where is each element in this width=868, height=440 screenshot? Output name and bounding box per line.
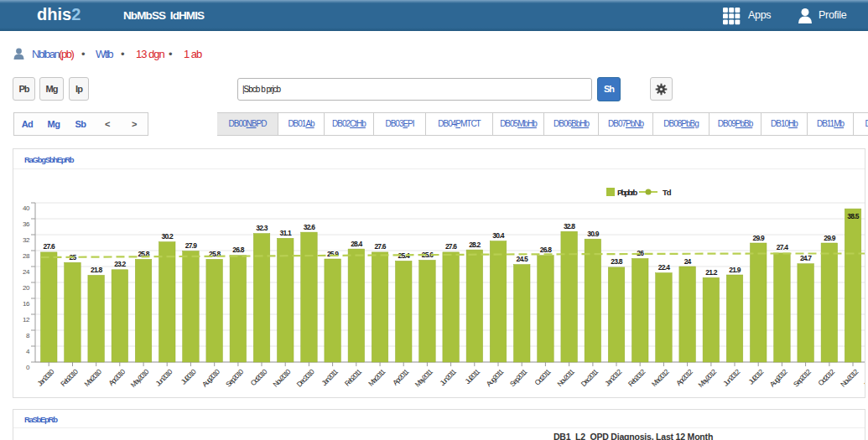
svg-text:May2012: May2012 [696, 367, 718, 389]
svg-text:Dec2012: Dec2012 [862, 367, 868, 388]
svg-text:30.9: 30.9 [587, 230, 599, 238]
svg-text:Nov2010: Nov2010 [271, 367, 292, 388]
svg-text:Oct2012: Oct2012 [816, 367, 836, 387]
svg-text:29.9: 29.9 [753, 234, 765, 242]
svg-text:20: 20 [23, 284, 30, 292]
svg-text:Pbpbrb: Pbpbrb [617, 188, 637, 197]
svg-text:Oct2011: Oct2011 [533, 367, 553, 387]
svg-text:40: 40 [23, 204, 30, 212]
svg-text:Feb2010: Feb2010 [59, 367, 80, 388]
svg-text:Aug2010: Aug2010 [200, 367, 221, 388]
svg-text:8: 8 [26, 332, 30, 339]
svg-text:27.4: 27.4 [777, 243, 788, 251]
svg-text:Sep2012: Sep2012 [792, 367, 813, 388]
svg-text:24: 24 [23, 268, 30, 276]
svg-text:30.2: 30.2 [162, 232, 174, 241]
svg-text:Jun2012: Jun2012 [721, 367, 741, 387]
svg-text:28.4: 28.4 [351, 240, 362, 248]
svg-text:24: 24 [684, 257, 692, 266]
svg-text:Jan2010: Jan2010 [35, 367, 55, 387]
svg-text:12: 12 [23, 316, 30, 324]
svg-text:Dec2010: Dec2010 [295, 367, 316, 388]
svg-text:27.6: 27.6 [374, 242, 386, 251]
svg-text:Sep2010: Sep2010 [224, 367, 245, 388]
svg-text:Dec2011: Dec2011 [580, 367, 600, 388]
svg-text:Mar2012: Mar2012 [650, 367, 671, 388]
svg-text:26.8: 26.8 [232, 246, 244, 254]
svg-text:27.6: 27.6 [445, 242, 457, 251]
svg-text:Jun2010: Jun2010 [153, 367, 174, 387]
svg-text:Mar2011: Mar2011 [366, 367, 387, 388]
svg-text:23.2: 23.2 [114, 260, 126, 268]
svg-text:22.4: 22.4 [658, 263, 670, 272]
svg-text:Jan2012: Jan2012 [603, 367, 623, 387]
svg-text:Nov2012: Nov2012 [839, 367, 860, 388]
svg-text:Feb2011: Feb2011 [343, 367, 364, 388]
svg-text:Td: Td [663, 188, 672, 197]
svg-text:Apr2010: Apr2010 [107, 367, 127, 387]
svg-text:36: 36 [23, 220, 30, 228]
svg-text:28: 28 [23, 252, 30, 260]
svg-text:21.8: 21.8 [91, 266, 102, 274]
svg-text:Apr2011: Apr2011 [391, 367, 411, 387]
svg-text:Aug2012: Aug2012 [768, 367, 789, 388]
svg-text:32.8: 32.8 [564, 222, 575, 230]
svg-text:21.2: 21.2 [705, 268, 717, 277]
svg-text:24.7: 24.7 [800, 254, 812, 262]
svg-text:32: 32 [23, 236, 30, 244]
svg-text:29.9: 29.9 [824, 234, 835, 242]
svg-text:23.8: 23.8 [611, 257, 622, 266]
svg-text:Apr2012: Apr2012 [674, 367, 694, 387]
svg-text:38.5: 38.5 [847, 212, 859, 220]
svg-text:21.9: 21.9 [729, 266, 741, 274]
svg-text:May2010: May2010 [129, 367, 151, 389]
svg-text:24.5: 24.5 [517, 255, 528, 263]
svg-text:Jul2010: Jul2010 [179, 367, 198, 386]
svg-text:May2011: May2011 [413, 367, 434, 389]
svg-text:31.1: 31.1 [280, 229, 292, 237]
svg-text:Jan2011: Jan2011 [320, 367, 340, 387]
svg-text:Feb2012: Feb2012 [626, 367, 647, 388]
svg-text:32.6: 32.6 [304, 223, 315, 231]
svg-text:28.2: 28.2 [469, 241, 481, 249]
svg-text:Jul2011: Jul2011 [463, 367, 481, 386]
svg-text:27.9: 27.9 [185, 241, 197, 250]
svg-text:Jul2012: Jul2012 [746, 367, 765, 386]
svg-text:25.9: 25.9 [327, 250, 339, 258]
svg-text:4: 4 [26, 348, 30, 355]
svg-text:Sep2011: Sep2011 [508, 367, 529, 388]
svg-text:32.3: 32.3 [256, 224, 268, 232]
svg-text:Jun2011: Jun2011 [438, 367, 458, 387]
svg-text:26.8: 26.8 [540, 246, 552, 254]
svg-text:27.6: 27.6 [44, 242, 55, 251]
svg-text:0: 0 [26, 364, 30, 371]
svg-text:16: 16 [23, 300, 30, 308]
svg-text:Aug2011: Aug2011 [485, 367, 506, 388]
svg-text:Oct2010: Oct2010 [249, 367, 269, 387]
svg-text:30.4: 30.4 [492, 231, 504, 240]
svg-text:Nov2011: Nov2011 [555, 367, 576, 388]
svg-text:Mar2010: Mar2010 [82, 367, 103, 388]
